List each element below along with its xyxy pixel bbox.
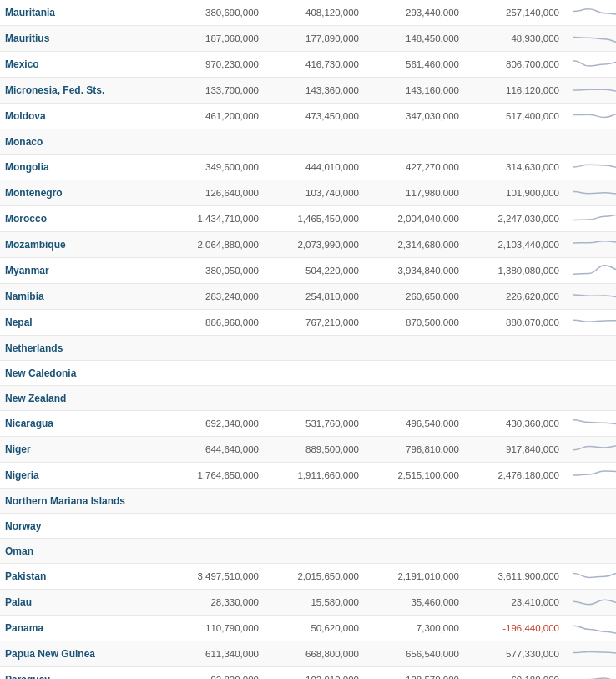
sparkline-chart [568,3,616,22]
table-row: Monaco [0,129,616,155]
sparkline-chart [568,619,616,637]
sparkline-chart [568,210,616,228]
data-table: Mauritania 380,690,000 408,120,000 293,4… [0,0,616,679]
sparkline-chart [568,236,616,254]
country-name: Pakistan [0,570,167,582]
table-row: Nicaragua 692,340,000 531,760,000 496,54… [0,411,616,437]
value-1: 380,050,000 [167,266,267,276]
value-2: 531,760,000 [267,418,367,428]
sparkline-chart [568,287,616,306]
value-4: 48,930,000 [467,33,568,43]
sparkline-chart [568,158,616,176]
value-4: 226,620,000 [467,291,568,301]
table-row: Mauritius 187,060,000 177,890,000 148,45… [0,26,616,52]
table-row: Montenegro 126,640,000 103,740,000 117,9… [0,180,616,206]
sparkline-chart [568,55,616,73]
country-name: Micronesia, Fed. Sts. [0,84,167,96]
value-4: 517,400,000 [467,111,568,121]
value-4: 3,611,900,000 [467,571,568,581]
table-row: Nigeria 1,764,650,000 1,911,660,000 2,51… [0,463,616,489]
sparkline-chart [568,440,616,459]
country-name: Nigeria [0,469,167,481]
value-1: 886,960,000 [167,317,267,327]
country-name: Panama [0,622,167,634]
value-3: 2,004,040,000 [367,214,467,224]
value-4: 23,410,000 [467,597,568,607]
value-1: 283,240,000 [167,291,267,301]
value-1: 133,700,000 [167,85,267,95]
value-4: 60,180,000 [467,675,568,679]
value-1: 1,434,710,000 [167,214,267,224]
table-row: Norway [0,514,616,539]
country-name: Morocco [0,213,167,225]
table-row: Papua New Guinea 611,340,000 668,800,000… [0,641,616,667]
value-4: 116,120,000 [467,85,568,95]
country-name: Moldova [0,110,167,122]
country-name: Niger [0,443,167,455]
sparkline-chart [568,313,616,332]
value-1: 970,230,000 [167,59,267,69]
value-1: 611,340,000 [167,649,267,659]
value-4: 917,840,000 [467,444,568,454]
sparkline-chart [568,414,616,433]
table-row: Paraguay 92,820,000 102,910,000 128,570,… [0,667,616,679]
value-3: 2,515,100,000 [367,470,467,480]
value-4: -196,440,000 [467,623,568,633]
value-4: 880,070,000 [467,317,568,327]
country-name: Oman [0,545,167,557]
country-name: Mozambique [0,239,167,251]
value-2: 2,015,650,000 [267,571,367,581]
sparkline-chart [568,184,616,202]
value-1: 28,330,000 [167,597,267,607]
value-2: 50,620,000 [267,623,367,633]
table-row: Myanmar 380,050,000 504,220,000 3,934,84… [0,258,616,284]
value-3: 143,160,000 [367,85,467,95]
value-4: 314,630,000 [467,162,568,172]
value-3: 347,030,000 [367,111,467,121]
value-2: 15,580,000 [267,597,367,607]
value-3: 3,934,840,000 [367,266,467,276]
country-name: Nepal [0,317,167,328]
country-name: Paraguay [0,674,167,679]
country-name: Mongolia [0,161,167,173]
table-row: Micronesia, Fed. Sts. 133,700,000 143,36… [0,78,616,104]
country-name: New Zealand [0,393,167,404]
value-3: 427,270,000 [367,162,467,172]
value-4: 430,360,000 [467,418,568,428]
value-1: 126,640,000 [167,188,267,198]
value-3: 561,460,000 [367,59,467,69]
table-row: Mongolia 349,600,000 444,010,000 427,270… [0,155,616,180]
value-2: 1,465,450,000 [267,214,367,224]
value-4: 101,900,000 [467,188,568,198]
sparkline-chart [568,261,616,280]
table-row: Mozambique 2,064,880,000 2,073,990,000 2… [0,232,616,258]
sparkline-chart [568,593,616,611]
country-name: Papua New Guinea [0,648,167,660]
country-name: Monaco [0,136,167,148]
table-row: Palau 28,330,000 15,580,000 35,460,000 2… [0,590,616,616]
country-name: Myanmar [0,265,167,276]
sparkline-chart [568,466,616,484]
table-row: Pakistan 3,497,510,000 2,015,650,000 2,1… [0,564,616,590]
value-2: 254,810,000 [267,291,367,301]
value-2: 103,740,000 [267,188,367,198]
value-2: 504,220,000 [267,266,367,276]
country-name: Norway [0,520,167,532]
table-row: Mexico 970,230,000 416,730,000 561,460,0… [0,52,616,78]
value-1: 187,060,000 [167,33,267,43]
table-row: Mauritania 380,690,000 408,120,000 293,4… [0,0,616,26]
value-1: 644,640,000 [167,444,267,454]
country-name: Nicaragua [0,418,167,429]
value-3: 128,570,000 [367,675,467,679]
sparkline-chart [568,645,616,663]
table-row: New Caledonia [0,361,616,386]
sparkline-chart [568,29,616,48]
table-row: Namibia 283,240,000 254,810,000 260,650,… [0,284,616,310]
value-3: 148,450,000 [367,33,467,43]
value-2: 889,500,000 [267,444,367,454]
country-name: Montenegro [0,187,167,199]
value-1: 692,340,000 [167,418,267,428]
value-4: 806,700,000 [467,59,568,69]
value-1: 1,764,650,000 [167,470,267,480]
value-4: 2,476,180,000 [467,470,568,480]
